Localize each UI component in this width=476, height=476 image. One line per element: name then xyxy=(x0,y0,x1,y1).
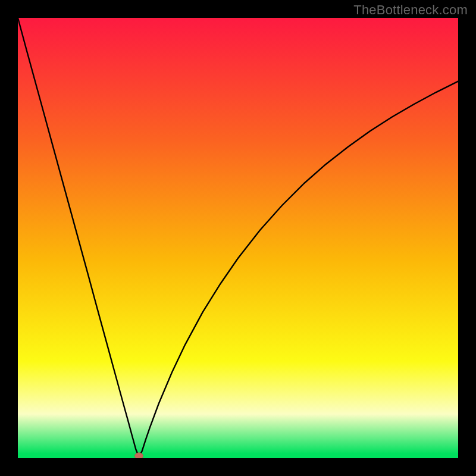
watermark-text: TheBottleneck.com xyxy=(353,2,468,18)
chart-frame: TheBottleneck.com xyxy=(0,0,476,476)
chart-canvas xyxy=(18,18,458,458)
plot-area xyxy=(18,18,458,458)
gradient-background xyxy=(18,18,458,458)
optimal-marker xyxy=(135,453,143,458)
